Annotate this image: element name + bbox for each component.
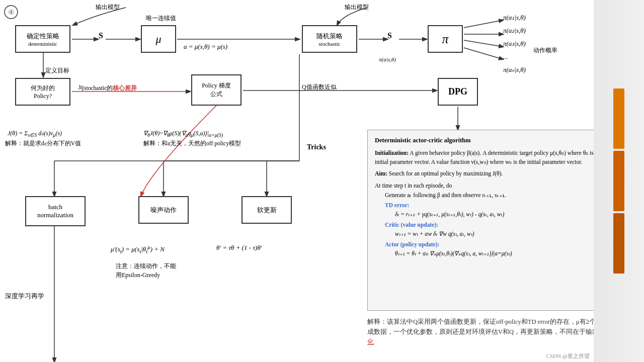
action-formula: a = μ(s,θ) = μ(s) <box>184 43 227 51</box>
algo-timestep: At time step t in each episode, do <box>375 181 616 190</box>
noise-text: 噪声动作 <box>150 206 177 215</box>
algorithm-box: Deterministic actor-critic algorithm Ini… <box>367 130 624 311</box>
continuous-text: 连续化 <box>367 328 618 345</box>
algo-aim-label: Aim: <box>375 170 387 176</box>
policy-question-box: 何为好的 Policy? <box>15 78 70 106</box>
dpg-text: DPG <box>448 86 467 97</box>
stoch-line2: stochastic <box>316 41 343 47</box>
algo-critic-label: Critic (value update): <box>385 222 438 228</box>
algo-td-label: TD error: <box>385 202 410 208</box>
circle-num-text: ④ <box>8 8 15 17</box>
unique-continuous-label: 唯一连续值 <box>146 14 176 23</box>
j-formula: J(θ) = Σs∈S d₀(s)vμ(s) <box>8 130 62 138</box>
bar-1 <box>613 88 624 149</box>
output-model-right: 输出模型 <box>345 3 369 12</box>
algo-aim: Aim: Search for an optimal policy by max… <box>375 169 616 178</box>
circle-number: ④ <box>4 5 18 19</box>
svg-line-8 <box>464 48 503 59</box>
core-diff-text: 核心差异 <box>113 85 137 91</box>
right-decoration <box>594 0 644 362</box>
bottom-explanation: 解释：该算法中Q采用两个值函数更新，保证off-policy和TD error的… <box>367 317 624 347</box>
policy-gradient-box: Policy 梯度 公式 <box>191 74 242 106</box>
algo-init-label: Initialization: <box>375 150 409 156</box>
dpg-box: DPG <box>438 78 478 106</box>
action-prob-label: 动作概率 <box>533 46 557 55</box>
algo-td-formula: δₜ = rₜ₊₁ + γq(sₜ₊₁, μ(sₜ₊₁,θₜ), wₜ) - q… <box>375 210 616 219</box>
stoch-line1: 随机策略 <box>316 32 343 41</box>
algo-actor-formula: θₜ₊₁ = θₜ + α₀ ∇ₐμ(sₜ,θₜ)(∇ₐq(sₜ, a, wₜ₊… <box>375 249 616 258</box>
q-approx: Q值函数近似 <box>302 83 337 92</box>
policy-q1: 何为好的 <box>31 84 55 93</box>
pi-out-2: π(a₂|s,θ) <box>503 24 526 37</box>
svg-line-7 <box>464 40 503 47</box>
soft-text: 软更新 <box>257 206 277 215</box>
algo-td-section: TD error: <box>375 201 616 210</box>
noise-action-box: 噪声动作 <box>138 196 189 224</box>
pg-line1: Policy 梯度 <box>202 81 231 90</box>
mu-box: μ <box>141 25 176 53</box>
theta-formula: θ' = τθ + (1 - τ)θ' <box>216 244 262 252</box>
grad-formula: ∇θJ(θ)~∇θμ(S)(∇aqμ(S,a))|a=μ(S) <box>143 130 223 138</box>
epsilon-note: 注意：连续动作，不能用Epsilon-Greedy <box>116 261 176 280</box>
s-label-left: S <box>99 31 103 40</box>
s-label-right: S <box>387 31 392 40</box>
mu-prime-formula: μ'(st) = μ(st|θtμ) + N <box>111 244 165 254</box>
bar-3 <box>613 213 624 274</box>
policy-q2: Policy? <box>31 93 55 100</box>
pi-symbol: π <box>442 32 448 47</box>
algo-title: Deterministic actor-critic algorithm <box>375 135 616 145</box>
stoch-diff: 与stochastic的核心差异 <box>78 84 137 92</box>
j-explain: 解释：就是求d₀分布下的V值 <box>5 140 81 147</box>
algo-critic-formula: wₜ₊₁ = wₜ + αw δₜ ∇w q(sₜ, aₜ, wₜ) <box>375 229 616 238</box>
watermark: CSDN @星之所望 <box>546 352 590 360</box>
algo-aim-text: Search for an optimal policy by maximizi… <box>389 170 503 176</box>
det-line2: deterministic <box>27 41 59 47</box>
main-container: ④ 确定性策略 deterministic S μ 唯一连续值 a = μ(s,… <box>0 0 644 362</box>
algo-init: Initialization: A given behavior policy … <box>375 148 616 167</box>
deep-rl-label: 深度学习再学 <box>5 292 44 301</box>
pi-out-3: π(a₃|s,θ) <box>503 37 526 50</box>
algo-actor-label: Actor (policy update): <box>385 241 439 247</box>
batch-norm-box: batch normalization <box>25 196 86 226</box>
pi-out-n: π(aₙ|s,θ) <box>503 63 526 76</box>
pi-condition: π(a|s,θ) <box>379 56 396 62</box>
pi-out-1: π(a₁|s,θ) <box>503 11 526 24</box>
batch-line2: normalization <box>37 211 73 219</box>
batch-line1: batch <box>37 203 73 211</box>
mu-symbol: μ <box>155 33 161 46</box>
stochastic-box: 随机策略 stochastic <box>302 25 357 53</box>
bar-2 <box>613 151 624 211</box>
deterministic-box: 确定性策略 deterministic <box>15 25 70 53</box>
soft-update-box: 软更新 <box>242 196 292 224</box>
pg-line2: 公式 <box>202 90 231 99</box>
svg-line-5 <box>464 20 503 28</box>
algo-actor-section: Actor (policy update): <box>375 240 616 249</box>
action-formula-text: a = μ(s,θ) = μ(s) <box>184 43 227 50</box>
det-line1: 确定性策略 <box>27 32 59 41</box>
tricks-label: Tricks <box>307 143 326 151</box>
output-model-left: 输出模型 <box>96 3 120 12</box>
algo-init-text: A given behavior policy β(a|s). A determ… <box>375 150 602 165</box>
algo-generate: Generate aₜ following β and then observe… <box>375 191 616 200</box>
pi-box: π <box>428 25 463 53</box>
algo-critic-section: Critic (value update): <box>375 220 616 229</box>
grad-explain: 解释：和a无关，天然的off policy模型 <box>143 140 241 147</box>
pi-outputs: π(a₁|s,θ) π(a₂|s,θ) π(a₃|s,θ) ... π(aₙ|s… <box>503 11 526 76</box>
pi-out-dots: ... <box>503 50 526 63</box>
define-target: 定义目标 <box>45 66 69 75</box>
